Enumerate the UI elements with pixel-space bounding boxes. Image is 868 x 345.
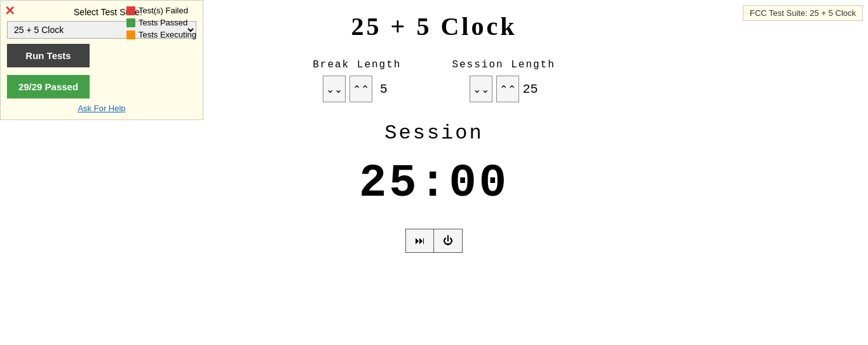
break-length-buttons: ⌄⌄ ⌃⌃ 5 xyxy=(323,76,391,102)
break-decrement-button[interactable]: ⌄⌄ xyxy=(323,76,346,102)
passed-button[interactable]: 29/29 Passed xyxy=(7,75,90,98)
close-button[interactable]: ✕ xyxy=(4,4,15,17)
passed-dot xyxy=(126,18,135,27)
executing-dot xyxy=(126,30,135,39)
executing-label: Tests Executing xyxy=(139,30,196,39)
length-controls: Break Length ⌄⌄ ⌃⌃ 5 Session Length ⌄⌄ ⌃… xyxy=(313,59,555,102)
run-tests-button[interactable]: Run Tests xyxy=(7,44,90,67)
failed-label: Test(s) Failed xyxy=(139,6,188,15)
timer-display: 25:00 xyxy=(359,158,509,210)
legend-area: Test(s) Failed Tests Passed Tests Execut… xyxy=(126,6,196,39)
start-stop-button[interactable]: ⏭ xyxy=(406,229,434,252)
session-value: 25 xyxy=(523,82,538,97)
session-increment-button[interactable]: ⌃⌃ xyxy=(496,76,519,102)
break-increment-button[interactable]: ⌃⌃ xyxy=(349,76,372,102)
test-panel: ✕ Select Test Suite: 25 + 5 ClockJavaScr… xyxy=(0,0,203,120)
break-length-section: Break Length ⌄⌄ ⌃⌃ 5 xyxy=(313,59,401,102)
legend-passed: Tests Passed xyxy=(126,18,196,27)
session-decrement-button[interactable]: ⌄⌄ xyxy=(470,76,492,102)
session-label: Session xyxy=(384,121,483,145)
ask-for-help-link[interactable]: Ask For Help xyxy=(7,104,196,113)
passed-label: Tests Passed xyxy=(139,18,187,27)
legend-executing: Tests Executing xyxy=(126,30,196,39)
break-value: 5 xyxy=(376,82,391,97)
break-length-label: Break Length xyxy=(313,59,401,71)
failed-dot xyxy=(126,6,135,15)
session-length-buttons: ⌄⌄ ⌃⌃ 25 xyxy=(470,76,538,102)
session-length-section: Session Length ⌄⌄ ⌃⌃ 25 xyxy=(452,59,555,102)
legend-failed: Test(s) Failed xyxy=(126,6,196,15)
app-title: 25 + 5 Clock xyxy=(351,11,517,41)
session-length-label: Session Length xyxy=(452,59,555,71)
control-buttons: ⏭ ⏻ xyxy=(405,229,463,253)
reset-button[interactable]: ⏻ xyxy=(434,229,462,252)
